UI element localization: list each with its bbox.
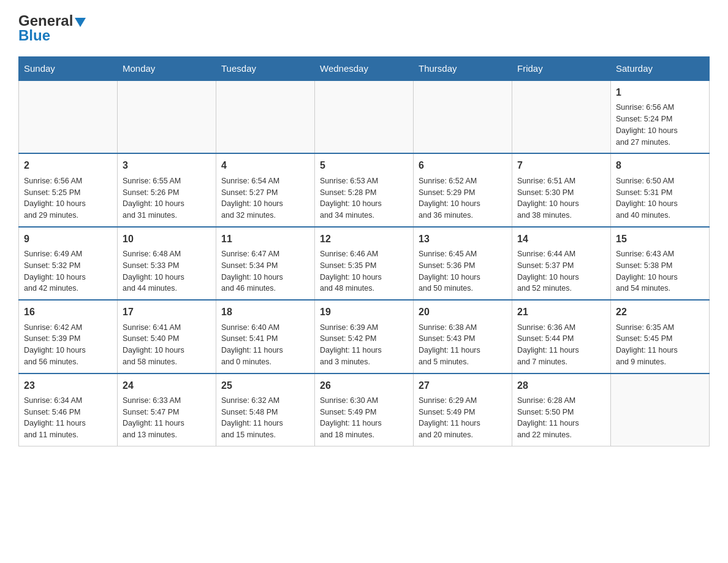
week-row-1: 1Sunrise: 6:56 AM Sunset: 5:24 PM Daylig…	[19, 80, 710, 153]
calendar-table: SundayMondayTuesdayWednesdayThursdayFrid…	[18, 56, 710, 446]
day-number: 27	[419, 379, 507, 393]
week-row-3: 9Sunrise: 6:49 AM Sunset: 5:32 PM Daylig…	[19, 227, 710, 300]
calendar-cell	[118, 80, 216, 153]
day-info: Sunrise: 6:33 AM Sunset: 5:47 PM Dayligh…	[123, 395, 211, 441]
calendar-cell	[216, 80, 315, 153]
day-number: 13	[419, 232, 507, 246]
day-number: 1	[616, 86, 704, 99]
page-header: General Blue	[18, 12, 710, 44]
day-header-wednesday: Wednesday	[315, 57, 414, 81]
calendar-cell: 17Sunrise: 6:41 AM Sunset: 5:40 PM Dayli…	[118, 300, 216, 373]
calendar-cell: 10Sunrise: 6:48 AM Sunset: 5:33 PM Dayli…	[118, 227, 216, 300]
day-info: Sunrise: 6:30 AM Sunset: 5:49 PM Dayligh…	[320, 395, 408, 441]
day-number: 18	[221, 305, 309, 319]
day-header-tuesday: Tuesday	[216, 57, 315, 81]
logo-triangle-icon	[75, 18, 86, 27]
calendar-cell: 27Sunrise: 6:29 AM Sunset: 5:49 PM Dayli…	[414, 373, 512, 446]
day-number: 17	[123, 305, 211, 319]
calendar-cell: 16Sunrise: 6:42 AM Sunset: 5:39 PM Dayli…	[19, 300, 118, 373]
day-number: 3	[123, 159, 211, 172]
day-info: Sunrise: 6:41 AM Sunset: 5:40 PM Dayligh…	[123, 322, 211, 368]
day-number: 23	[24, 379, 112, 393]
calendar-cell: 15Sunrise: 6:43 AM Sunset: 5:38 PM Dayli…	[611, 227, 710, 300]
day-number: 7	[517, 159, 605, 172]
day-number: 8	[616, 159, 704, 172]
calendar-cell: 3Sunrise: 6:55 AM Sunset: 5:26 PM Daylig…	[118, 153, 216, 226]
day-info: Sunrise: 6:55 AM Sunset: 5:26 PM Dayligh…	[123, 175, 211, 221]
day-number: 6	[419, 159, 507, 172]
day-header-sunday: Sunday	[19, 57, 118, 81]
week-row-2: 2Sunrise: 6:56 AM Sunset: 5:25 PM Daylig…	[19, 153, 710, 226]
day-header-monday: Monday	[118, 57, 216, 81]
logo: General Blue	[18, 12, 86, 44]
day-header-friday: Friday	[512, 57, 611, 81]
day-number: 22	[616, 305, 704, 319]
day-info: Sunrise: 6:52 AM Sunset: 5:29 PM Dayligh…	[419, 175, 507, 221]
calendar-cell: 19Sunrise: 6:39 AM Sunset: 5:42 PM Dayli…	[315, 300, 414, 373]
day-info: Sunrise: 6:44 AM Sunset: 5:37 PM Dayligh…	[517, 248, 605, 294]
day-info: Sunrise: 6:45 AM Sunset: 5:36 PM Dayligh…	[419, 248, 507, 294]
calendar-cell: 1Sunrise: 6:56 AM Sunset: 5:24 PM Daylig…	[611, 80, 710, 153]
calendar-cell: 13Sunrise: 6:45 AM Sunset: 5:36 PM Dayli…	[414, 227, 512, 300]
day-number: 19	[320, 305, 408, 319]
day-info: Sunrise: 6:29 AM Sunset: 5:49 PM Dayligh…	[419, 395, 507, 441]
calendar-cell: 14Sunrise: 6:44 AM Sunset: 5:37 PM Dayli…	[512, 227, 611, 300]
day-info: Sunrise: 6:47 AM Sunset: 5:34 PM Dayligh…	[221, 248, 309, 294]
day-info: Sunrise: 6:50 AM Sunset: 5:31 PM Dayligh…	[616, 175, 704, 221]
day-number: 12	[320, 232, 408, 246]
day-info: Sunrise: 6:43 AM Sunset: 5:38 PM Dayligh…	[616, 248, 704, 294]
calendar-cell	[315, 80, 414, 153]
day-number: 9	[24, 232, 112, 246]
calendar-cell: 6Sunrise: 6:52 AM Sunset: 5:29 PM Daylig…	[414, 153, 512, 226]
day-number: 11	[221, 232, 309, 246]
day-info: Sunrise: 6:56 AM Sunset: 5:25 PM Dayligh…	[24, 175, 112, 221]
day-info: Sunrise: 6:35 AM Sunset: 5:45 PM Dayligh…	[616, 322, 704, 368]
week-row-4: 16Sunrise: 6:42 AM Sunset: 5:39 PM Dayli…	[19, 300, 710, 373]
calendar-cell: 20Sunrise: 6:38 AM Sunset: 5:43 PM Dayli…	[414, 300, 512, 373]
day-number: 20	[419, 305, 507, 319]
calendar-cell: 11Sunrise: 6:47 AM Sunset: 5:34 PM Dayli…	[216, 227, 315, 300]
day-number: 4	[221, 159, 309, 172]
day-number: 16	[24, 305, 112, 319]
day-info: Sunrise: 6:39 AM Sunset: 5:42 PM Dayligh…	[320, 322, 408, 368]
day-number: 5	[320, 159, 408, 172]
day-number: 26	[320, 379, 408, 393]
day-info: Sunrise: 6:56 AM Sunset: 5:24 PM Dayligh…	[616, 102, 704, 148]
day-info: Sunrise: 6:48 AM Sunset: 5:33 PM Dayligh…	[123, 248, 211, 294]
day-info: Sunrise: 6:28 AM Sunset: 5:50 PM Dayligh…	[517, 395, 605, 441]
day-info: Sunrise: 6:51 AM Sunset: 5:30 PM Dayligh…	[517, 175, 605, 221]
calendar-cell: 22Sunrise: 6:35 AM Sunset: 5:45 PM Dayli…	[611, 300, 710, 373]
day-headers-row: SundayMondayTuesdayWednesdayThursdayFrid…	[19, 57, 710, 81]
day-info: Sunrise: 6:40 AM Sunset: 5:41 PM Dayligh…	[221, 322, 309, 368]
day-info: Sunrise: 6:42 AM Sunset: 5:39 PM Dayligh…	[24, 322, 112, 368]
day-number: 24	[123, 379, 211, 393]
logo-blue-text: Blue	[18, 27, 50, 44]
day-info: Sunrise: 6:49 AM Sunset: 5:32 PM Dayligh…	[24, 248, 112, 294]
calendar-cell: 24Sunrise: 6:33 AM Sunset: 5:47 PM Dayli…	[118, 373, 216, 446]
day-number: 28	[517, 379, 605, 393]
day-number: 10	[123, 232, 211, 246]
day-info: Sunrise: 6:53 AM Sunset: 5:28 PM Dayligh…	[320, 175, 408, 221]
calendar-cell: 12Sunrise: 6:46 AM Sunset: 5:35 PM Dayli…	[315, 227, 414, 300]
week-row-5: 23Sunrise: 6:34 AM Sunset: 5:46 PM Dayli…	[19, 373, 710, 446]
day-number: 15	[616, 232, 704, 246]
day-header-thursday: Thursday	[414, 57, 512, 81]
day-number: 21	[517, 305, 605, 319]
calendar-cell: 26Sunrise: 6:30 AM Sunset: 5:49 PM Dayli…	[315, 373, 414, 446]
calendar-cell: 7Sunrise: 6:51 AM Sunset: 5:30 PM Daylig…	[512, 153, 611, 226]
calendar-cell: 5Sunrise: 6:53 AM Sunset: 5:28 PM Daylig…	[315, 153, 414, 226]
day-number: 25	[221, 379, 309, 393]
calendar-cell	[512, 80, 611, 153]
calendar-cell: 9Sunrise: 6:49 AM Sunset: 5:32 PM Daylig…	[19, 227, 118, 300]
day-info: Sunrise: 6:54 AM Sunset: 5:27 PM Dayligh…	[221, 175, 309, 221]
day-number: 14	[517, 232, 605, 246]
day-info: Sunrise: 6:34 AM Sunset: 5:46 PM Dayligh…	[24, 395, 112, 441]
day-number: 2	[24, 159, 112, 172]
day-info: Sunrise: 6:36 AM Sunset: 5:44 PM Dayligh…	[517, 322, 605, 368]
day-info: Sunrise: 6:46 AM Sunset: 5:35 PM Dayligh…	[320, 248, 408, 294]
calendar-cell: 18Sunrise: 6:40 AM Sunset: 5:41 PM Dayli…	[216, 300, 315, 373]
calendar-cell	[19, 80, 118, 153]
calendar-cell: 21Sunrise: 6:36 AM Sunset: 5:44 PM Dayli…	[512, 300, 611, 373]
day-info: Sunrise: 6:38 AM Sunset: 5:43 PM Dayligh…	[419, 322, 507, 368]
calendar-cell: 25Sunrise: 6:32 AM Sunset: 5:48 PM Dayli…	[216, 373, 315, 446]
